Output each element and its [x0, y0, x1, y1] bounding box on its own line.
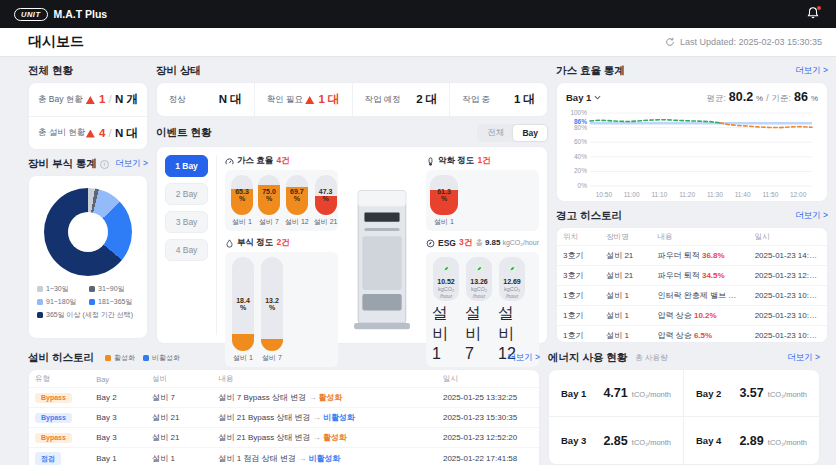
bay-tab-3[interactable]: 3 Bay	[165, 211, 208, 233]
corrosion-stats-more-link[interactable]: 더보기 >	[115, 158, 148, 170]
svg-text:100%: 100%	[570, 109, 587, 116]
notification-bell-icon[interactable]	[806, 6, 822, 22]
right-column: 가스 효율 통계 더보기 > Bay 1 평균:80.2% / 기준:86% 1…	[556, 57, 828, 343]
history-content: 설비 7 Bypass 상태 변경 → 활성화	[213, 388, 437, 408]
energy-cell-bay-1: Bay 14.71 tCO₂/month	[549, 370, 684, 417]
bay-select-dropdown[interactable]: Bay 1	[566, 92, 601, 103]
legend-item: 365일 이상 (세정 기간 선택)	[37, 310, 139, 320]
equip-status-cell: 정상N 대	[157, 83, 254, 116]
notification-dot	[817, 6, 821, 10]
svg-text:11:30: 11:30	[707, 191, 723, 198]
scope-toggle-Bay[interactable]: Bay	[513, 125, 547, 141]
svg-text:12:00: 12:00	[790, 191, 807, 198]
equip-status-title: 장비 상태	[156, 64, 201, 78]
events-card: 1 Bay2 Bay3 Bay4 Bay 가스 효율 4건 65.3%설비 17…	[156, 146, 548, 344]
esg-total: 총 9.85 kgCO₂/hour	[476, 238, 539, 248]
energy-title: 에너지 사용 현황 총 사용량	[548, 351, 667, 365]
table-row: 1호기설비 1압력 상승 10.2%2025-01-23 10:21:37	[557, 306, 827, 326]
gauge-pill: 75.0%	[258, 175, 280, 215]
equip-status-cell: 작업 예정2 대	[352, 83, 450, 116]
main-content: 전체 현황 총 Bay 현황 1 / N 개총 설비 현황 4 / N 대 장비…	[0, 57, 836, 344]
overall-status-row: 총 설비 현황 4 / N 대	[29, 116, 147, 149]
scope-toggle: 전체Bay	[477, 124, 548, 142]
gas-metrics: 평균:80.2% / 기준:86%	[706, 90, 818, 105]
thermometer-icon	[426, 157, 435, 166]
svg-text:60%: 60%	[574, 138, 587, 145]
svg-text:20%: 20%	[574, 167, 587, 174]
gauge-pill: 69.7%	[286, 175, 308, 215]
top-bar: UNIT M.A.T Plus	[0, 0, 836, 28]
gas-stats-more-link[interactable]: 더보기 >	[795, 65, 828, 77]
energy-cell-bay-3: Bay 32.85 tCO₂/month	[549, 417, 684, 464]
svg-text:11:40: 11:40	[735, 191, 751, 198]
legend-item: 활성화	[105, 353, 135, 363]
table-row: 3호기설비 21파우더 퇴적 34.5%2025-01-23 12:52:20	[557, 266, 827, 286]
warning-content: 압력 상승 6.5%	[651, 326, 748, 344]
last-updated: Last Updated: 2025-02-03 15:30:35	[665, 37, 822, 47]
svg-text:11:00: 11:00	[624, 191, 640, 198]
gauge: 69.7%설비 12	[285, 175, 309, 227]
esg-card: 13.26kgCO₂/hour	[466, 257, 492, 301]
legend-item: 비활성화	[143, 353, 180, 363]
legend-item: 31~90일	[89, 284, 139, 294]
overall-label: 총 설비 현황	[38, 127, 85, 139]
esg-card: 12.69kgCO₂/hour	[499, 257, 525, 301]
legend-item: 181~365일	[89, 297, 139, 307]
brand-logo: UNIT	[14, 8, 48, 21]
warning-history-card: 위치장비명내용일시 3호기설비 21파우더 퇴적 36.8%2025-01-23…	[556, 227, 828, 343]
history-content: 설비 21 Bypass 상태 변경 → 비활성화	[213, 408, 437, 428]
equip-history-section: 설비 히스토리 활성화비활성화 더보기 > 유형Bay설비내용일시 Bypass…	[28, 344, 540, 465]
event-main: 가스 효율 4건 65.3%설비 175.0%설비 769.7%설비 1247.…	[225, 155, 539, 335]
energy-usage-card: Bay 14.71 tCO₂/monthBay 23.57 tCO₂/month…	[548, 369, 820, 465]
gauge: 61.3%설비 1	[432, 175, 456, 227]
recycle-icon	[426, 239, 435, 248]
corrosion-stats-title: 장비 부식 통계 i	[28, 157, 109, 171]
deterioration-section: 악화 정도 1건 61.3%설비 1	[426, 155, 539, 231]
svg-text:11:50: 11:50	[762, 191, 778, 198]
svg-text:86%: 86%	[574, 118, 587, 125]
bay-tabs: 1 Bay2 Bay3 Bay4 Bay	[165, 155, 217, 335]
scope-toggle-전체[interactable]: 전체	[478, 125, 513, 141]
legend-item: 91~180일	[37, 297, 87, 307]
bay-tab-2[interactable]: 2 Bay	[165, 183, 208, 205]
warning-history-more-link[interactable]: 더보기 >	[795, 210, 828, 222]
warning-content: 파우더 퇴적 34.5%	[651, 266, 748, 286]
middle-column: 장비 상태 정상N 대확인 필요 1 대작업 예정2 대작업 중1 대 이벤트 …	[156, 57, 548, 344]
refresh-icon[interactable]	[665, 37, 675, 47]
table-row: 1호기설비 1인터락 완충제 밸브 지연2025-01-23 10:22:52	[557, 286, 827, 306]
overall-status-row: 총 Bay 현황 1 / N 개	[29, 83, 147, 116]
left-column: 전체 현황 총 Bay 현황 1 / N 개총 설비 현황 4 / N 대 장비…	[28, 57, 148, 339]
warning-content: 파우더 퇴적 36.8%	[651, 246, 748, 266]
gauge: 65.3%설비 1	[231, 175, 253, 227]
page-header: 대시보드 Last Updated: 2025-02-03 15:30:35	[0, 28, 836, 57]
energy-section: 에너지 사용 현황 총 사용량 더보기 > Bay 14.71 tCO₂/mon…	[548, 344, 820, 465]
history-content: 설비 1 점검 상태 변경 → 비활성화	[213, 448, 437, 465]
equip-status-cell: 확인 필요 1 대	[254, 83, 352, 116]
gauge: 47.3%설비 21	[314, 175, 338, 227]
column-header: Bay	[90, 370, 146, 388]
history-legend: 활성화비활성화	[105, 353, 180, 363]
energy-cell-bay-2: Bay 23.57 tCO₂/month	[684, 370, 819, 417]
svg-text:11:10: 11:10	[651, 191, 667, 198]
bay-tab-4[interactable]: 4 Bay	[165, 239, 208, 261]
warning-history-title: 경고 히스토리	[556, 209, 622, 223]
donut-legend: 1~30일31~90일91~180일181~365일365일 이상 (세정 기간…	[37, 284, 139, 320]
column-header: 일시	[437, 370, 539, 388]
leaf-icon	[508, 264, 517, 273]
equip-history-more-link[interactable]: 더보기 >	[507, 352, 540, 364]
info-icon[interactable]: i	[100, 160, 109, 169]
column-header: 장비명	[600, 228, 651, 246]
events-title: 이벤트 현황	[156, 126, 211, 140]
warning-icon	[86, 96, 95, 104]
bay-tab-1[interactable]: 1 Bay	[165, 155, 208, 177]
gas-efficiency-section: 가스 효율 4건 65.3%설비 175.0%설비 769.7%설비 1247.…	[225, 155, 338, 231]
leaf-icon	[442, 264, 451, 273]
equip-history-table: 유형Bay설비내용일시 BypassBay 2설비 7설비 7 Bypass 상…	[29, 370, 539, 465]
gauge: 75.0%설비 7	[258, 175, 280, 227]
column-header: 내용	[651, 228, 748, 246]
status-badge: Bypass	[35, 393, 72, 403]
gauge-pill: 13.2%	[261, 257, 283, 351]
column-header: 위치	[557, 228, 600, 246]
column-header: 내용	[213, 370, 437, 388]
energy-more-link[interactable]: 더보기 >	[787, 352, 820, 364]
